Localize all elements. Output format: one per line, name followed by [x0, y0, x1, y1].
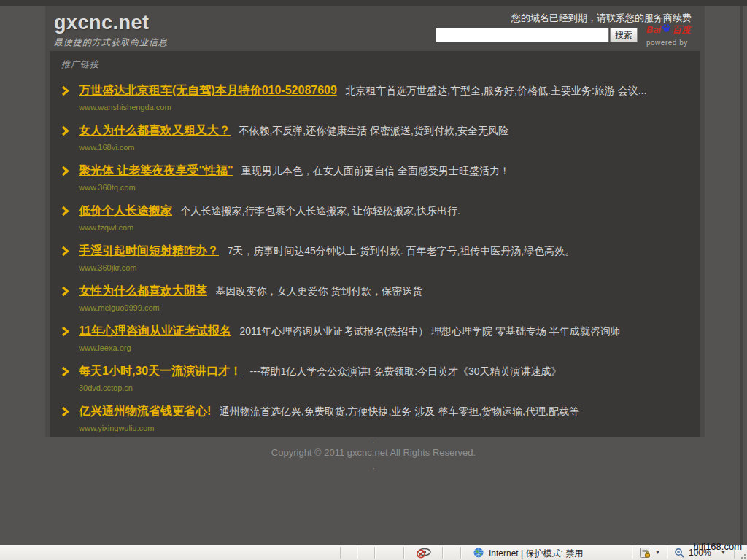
privacy-dropdown-caret[interactable]: ▼ — [655, 550, 660, 555]
internet-zone-globe-icon — [473, 548, 484, 560]
link-title[interactable]: 万世盛达北京租车(无自驾)本月特价010-52087609 — [79, 84, 337, 96]
sponsored-links-list: 万世盛达北京租车(无自驾)本月特价010-52087609 北京租车首选万世盛达… — [61, 82, 689, 434]
link-line: 万世盛达北京租车(无自驾)本月特价010-52087609 北京租车首选万世盛达… — [79, 82, 689, 98]
link-title[interactable]: 亿兴通州物流省钱更省心! — [79, 405, 211, 417]
page-privacy-icon[interactable] — [639, 547, 651, 560]
chevron-right-icon — [61, 82, 79, 113]
link-body: 亿兴通州物流省钱更省心! 通州物流首选亿兴,免费取货,方便快捷,业务 涉及 整车… — [79, 403, 689, 434]
statusbar-separator — [442, 547, 444, 559]
link-title[interactable]: 女人为什么都喜欢又粗又大？ — [79, 124, 231, 136]
link-description: 重现男儿本色，在女人面前更自信 全面感受男士旺盛活力！ — [241, 165, 510, 176]
sponsored-link-row: 女人为什么都喜欢又粗又大？ 不依赖,不反弹,还你健康生活 保密派送,货到付款,安… — [61, 122, 689, 153]
baidu-logo: Bai百度 — [646, 23, 712, 38]
powered-by-label: powered by — [646, 39, 712, 47]
statusbar-separator — [374, 547, 376, 559]
statusbar-separator — [340, 547, 341, 559]
link-body: 手淫引起时间短射精咋办？ 7天，房事时间达45分钟以上.货到付款. 百年老字号,… — [79, 243, 689, 273]
link-title[interactable]: 手淫引起时间短射精咋办？ — [79, 244, 219, 257]
watermark-text: hifi168.com — [694, 541, 742, 552]
link-line: 手淫引起时间短射精咋办？ 7天，房事时间达45分钟以上.货到付款. 百年老字号,… — [79, 243, 689, 259]
chevron-right-icon — [61, 203, 79, 233]
link-title[interactable]: 低价个人长途搬家 — [79, 204, 172, 217]
site-logo: gxcnc.net — [54, 12, 168, 34]
link-description: 北京租车首选万世盛达,车型全,服务好,价格低.主要业务:旅游 会议... — [345, 85, 646, 96]
site-slogan: 最便捷的方式获取商业信息 — [54, 36, 168, 49]
link-body: 女人为什么都喜欢又粗又大？ 不依赖,不反弹,还你健康生活 保密派送,货到付款,安… — [79, 122, 689, 153]
statusbar-separator — [460, 547, 462, 559]
link-line: 每天1小时,30天一流演讲口才！ ---帮助1亿人学会公众演讲! 免费领取:今日… — [79, 363, 689, 379]
link-line: 聚光体 让老婆夜夜享受"性福" 重现男儿本色，在女人面前更自信 全面感受男士旺盛… — [79, 163, 689, 179]
link-title[interactable]: 聚光体 让老婆夜夜享受"性福" — [79, 164, 233, 176]
link-line: 女人为什么都喜欢又粗又大？ 不依赖,不反弹,还你健康生活 保密派送,货到付款,安… — [79, 122, 689, 139]
sponsored-link-row: 聚光体 让老婆夜夜享受"性福" 重现男儿本色，在女人面前更自信 全面感受男士旺盛… — [61, 163, 689, 193]
link-body: 万世盛达北京租车(无自驾)本月特价010-52087609 北京租车首选万世盛达… — [79, 82, 689, 113]
search-input[interactable] — [436, 28, 609, 42]
link-description: 2011年心理咨询从业证考试报名(热招中） 理想心理学院 零基础专场 半年成就咨… — [239, 325, 620, 337]
page-header: gxcnc.net 最便捷的方式获取商业信息 您的域名已经到期，请联系您的服务商… — [45, 6, 705, 51]
security-zone-text: Internet | 保护模式: 禁用 — [489, 548, 583, 560]
brand-block: gxcnc.net 最便捷的方式获取商业信息 — [54, 12, 168, 49]
link-body: 每天1小时,30天一流演讲口才！ ---帮助1亿人学会公众演讲! 免费领取:今日… — [79, 363, 689, 394]
statusbar-separator — [357, 547, 358, 559]
link-description: 通州物流首选亿兴,免费取货,方便快捷,业务 涉及 整车零担,货物运输,代理,配载… — [220, 405, 579, 417]
search-engine-brand[interactable]: Bai百度 powered by — [646, 23, 712, 47]
sponsored-link-row: 女性为什么都喜欢大阴茎 基因改变你，女人更爱你 货到付款，保密送货 www.me… — [61, 283, 689, 314]
link-body: 女性为什么都喜欢大阴茎 基因改变你，女人更爱你 货到付款，保密送货 www.me… — [79, 283, 689, 314]
sponsored-link-row: 手淫引起时间短射精咋办？ 7天，房事时间达45分钟以上.货到付款. 百年老字号,… — [61, 243, 689, 273]
sponsored-link-row: 11年心理咨询从业证考试报名 2011年心理咨询从业证考试报名(热招中） 理想心… — [61, 323, 689, 354]
chevron-right-icon — [61, 323, 79, 354]
chevron-right-icon — [61, 163, 79, 193]
link-line: 11年心理咨询从业证考试报名 2011年心理咨询从业证考试报名(热招中） 理想心… — [79, 323, 689, 339]
link-description: 不依赖,不反弹,还你健康生活 保密派送,货到付款,安全无风险 — [239, 125, 508, 136]
link-url: www.360jkr.com — [79, 262, 689, 273]
link-body: 低价个人长途搬家 个人长途搬家,行李包裹个人长途搬家, 让你轻松搬家,快乐出行.… — [79, 203, 689, 233]
link-description: 个人长途搬家,行李包裹个人长途搬家, 让你轻松搬家,快乐出行. — [180, 205, 460, 217]
link-title[interactable]: 女性为什么都喜欢大阴茎 — [79, 284, 207, 297]
link-description: 7天，房事时间达45分钟以上.货到付款. 百年老字号,祖传中医丹汤,绿色高效。 — [227, 245, 575, 257]
statusbar-separator — [403, 547, 405, 559]
sponsored-link-row: 低价个人长途搬家 个人长途搬家,行李包裹个人长途搬家, 让你轻松搬家,快乐出行.… — [61, 203, 689, 233]
link-title[interactable]: 11年心理咨询从业证考试报名 — [79, 324, 231, 337]
sponsored-link-row: 每天1小时,30天一流演讲口才！ ---帮助1亿人学会公众演讲! 免费领取:今日… — [61, 363, 689, 394]
copyright-text: Copyright © 2011 gxcnc.net All Rights Re… — [0, 447, 747, 458]
footer-dot-bottom: : — [0, 465, 747, 474]
link-description: 基因改变你，女人更爱你 货到付款，保密送货 — [215, 285, 422, 297]
browser-status-bar: Internet | 保护模式: 禁用 ▼ 100% ▼ — [0, 545, 747, 560]
statusbar-separator — [667, 547, 668, 559]
link-url: www.yixingwuliu.com — [79, 422, 689, 434]
chevron-right-icon — [61, 122, 79, 153]
resize-grip[interactable] — [740, 553, 746, 559]
link-body: 11年心理咨询从业证考试报名 2011年心理咨询从业证考试报名(热招中） 理想心… — [79, 323, 689, 354]
link-url: www.168vi.com — [79, 141, 689, 153]
link-url: www.meiguo9999.com — [79, 302, 689, 314]
chevron-right-icon — [61, 403, 79, 434]
baidu-paw-icon — [662, 23, 671, 35]
chevron-right-icon — [61, 243, 79, 273]
link-line: 亿兴通州物流省钱更省心! 通州物流首选亿兴,免费取货,方便快捷,业务 涉及 整车… — [79, 403, 689, 419]
statusbar-separator — [632, 547, 633, 559]
promo-links-label: 推广链接 — [61, 58, 689, 71]
sponsored-links-panel: 推广链接 万世盛达北京租车(无自驾)本月特价010-52087609 北京租车首… — [50, 51, 700, 438]
window-top-strip — [0, 0, 747, 6]
link-line: 低价个人长途搬家 个人长途搬家,行李包裹个人长途搬家, 让你轻松搬家,快乐出行. — [79, 203, 689, 219]
link-description: ---帮助1亿人学会公众演讲! 免费领取:今日英才《30天精英演讲速成》 — [250, 365, 562, 377]
link-url: www.leexa.org — [79, 342, 689, 354]
search-button[interactable]: 搜索 — [610, 28, 638, 42]
chevron-right-icon — [61, 363, 79, 394]
footer-dot-top: . — [0, 436, 747, 445]
sponsored-link-row: 万世盛达北京租车(无自驾)本月特价010-52087609 北京租车首选万世盛达… — [61, 82, 689, 113]
link-url: www.360tq.com — [79, 182, 689, 193]
link-body: 聚光体 让老婆夜夜享受"性福" 重现男儿本色，在女人面前更自信 全面感受男士旺盛… — [79, 163, 689, 193]
baidu-logo-text-left: Bai — [646, 24, 661, 35]
link-url: www.wanshishengda.com — [79, 101, 689, 113]
link-url: 30dvd.cctop.cn — [79, 382, 689, 394]
sponsored-link-row: 亿兴通州物流省钱更省心! 通州物流首选亿兴,免费取货,方便快捷,业务 涉及 整车… — [61, 403, 689, 434]
baidu-logo-text-right: 百度 — [672, 24, 691, 35]
tracking-protection-blocked-icon[interactable] — [416, 547, 432, 560]
link-title[interactable]: 每天1小时,30天一流演讲口才！ — [79, 365, 241, 377]
chevron-right-icon — [61, 283, 79, 314]
zoom-magnifier-icon[interactable] — [674, 548, 685, 560]
window-right-edge — [740, 6, 743, 545]
link-url: www.fzqwl.com — [79, 222, 689, 233]
link-line: 女性为什么都喜欢大阴茎 基因改变你，女人更爱你 货到付款，保密送货 — [79, 283, 689, 299]
